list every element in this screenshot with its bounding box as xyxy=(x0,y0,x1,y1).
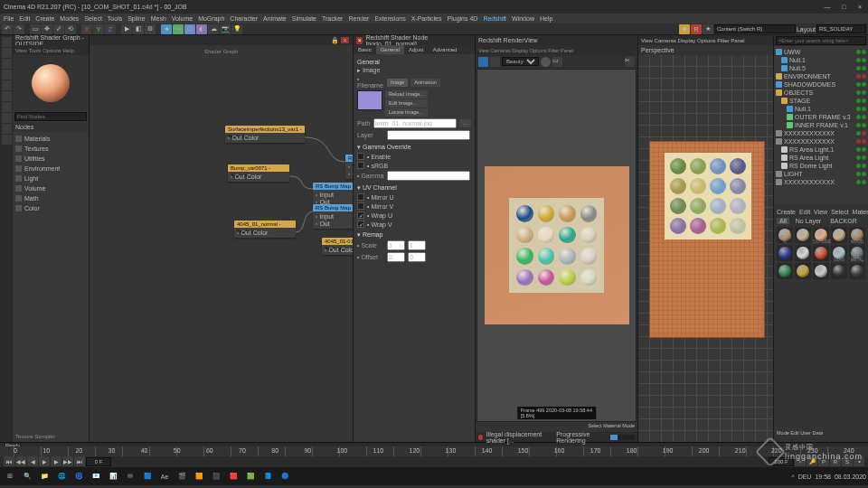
viewport-canvas[interactable] xyxy=(638,55,773,442)
redo-button[interactable]: ↷ xyxy=(14,24,24,34)
viewport-menu[interactable]: View Cameras Display Options Filter Pane… xyxy=(638,35,773,45)
material-layer-tabs[interactable]: AllNo LayerBACKGR xyxy=(777,216,865,225)
bookmark-icon[interactable]: ★ xyxy=(703,24,713,34)
enable-checkbox[interactable] xyxy=(357,153,364,160)
render-region-button[interactable]: ▭ xyxy=(552,57,562,67)
offset-y-input[interactable] xyxy=(408,252,426,262)
menu-plugins 4d[interactable]: Plugins 4D xyxy=(448,15,478,22)
object-row[interactable]: XXXXXXXXXXXX xyxy=(776,178,866,186)
object-row[interactable]: UWW xyxy=(776,48,866,56)
move-tool[interactable]: ✥ xyxy=(42,24,52,34)
next-frame-button[interactable]: ▶ xyxy=(51,456,61,466)
node-category-utilities[interactable]: Utilities xyxy=(15,154,86,163)
object-row[interactable]: RS Dome Light xyxy=(776,162,866,170)
taskbar-app[interactable]: 📘 xyxy=(259,469,276,483)
spline-icon[interactable]: 〰 xyxy=(173,24,184,34)
taskbar-app[interactable]: 🔵 xyxy=(277,469,293,483)
mirrorv-checkbox[interactable] xyxy=(357,202,364,210)
object-search-input[interactable] xyxy=(776,36,866,45)
attr-close-icon[interactable]: × xyxy=(356,37,363,44)
point-mode-icon[interactable] xyxy=(2,70,12,80)
render-start-button[interactable] xyxy=(478,57,488,67)
menu-volume[interactable]: Volume xyxy=(172,15,193,22)
history-icon[interactable]: ◉ xyxy=(679,24,690,34)
menu-extensions[interactable]: Extensions xyxy=(374,15,405,22)
node-n2[interactable]: Bump_var0071 - Texture◦ Out Color xyxy=(228,164,289,182)
play-button[interactable]: ▶ xyxy=(39,456,50,466)
taskbar-app[interactable]: ⬛ xyxy=(208,469,224,483)
menu-create[interactable]: Create xyxy=(35,15,54,22)
attr-tab-basic[interactable]: Basic xyxy=(354,45,376,54)
menu-modes[interactable]: Modes xyxy=(60,15,79,22)
maximize-button[interactable]: □ xyxy=(839,4,848,10)
node-category-volume[interactable]: Volume xyxy=(15,183,86,192)
image-subtab[interactable]: Image xyxy=(387,79,408,87)
menu-simulate[interactable]: Simulate xyxy=(292,15,316,22)
axis-mode-icon[interactable] xyxy=(2,102,12,112)
attr-tab-advanced[interactable]: Advanced xyxy=(429,45,462,54)
current-frame-input[interactable]: 200 F xyxy=(769,457,794,466)
material-swatch[interactable] xyxy=(849,263,865,279)
shader-graph-canvas[interactable]: Shader Graph 🔒 × Surfaceimperfections13_… xyxy=(90,35,353,442)
key-scale-button[interactable]: S xyxy=(842,456,853,466)
node-category-light[interactable]: Light xyxy=(15,174,86,183)
record-button[interactable]: ● xyxy=(795,456,806,466)
prev-key-button[interactable]: ◀◀ xyxy=(15,456,26,466)
taskbar-app[interactable]: ⊞ xyxy=(2,469,18,483)
taskbar-app[interactable]: 🟥 xyxy=(225,469,241,483)
snap-icon[interactable] xyxy=(2,124,12,134)
reload-image-button[interactable]: Reload Image... xyxy=(385,90,428,99)
material-swatch[interactable] xyxy=(813,263,829,279)
tray-lang[interactable]: DEU xyxy=(798,474,812,480)
render-crop-button[interactable]: ✂ xyxy=(625,57,635,67)
node-n5[interactable]: RS Ramp◦ Input◦ Out Color xyxy=(345,155,353,179)
cube-icon[interactable]: ◈ xyxy=(161,24,172,34)
timeline-ruler[interactable]: 0102030405060708090100110120130140150160… xyxy=(0,446,868,456)
material-swatch[interactable] xyxy=(777,245,793,261)
node-n6[interactable]: RS Bump Map◦ Input◦ Out xyxy=(313,183,353,207)
material-swatch[interactable]: OUTSIDE xyxy=(813,227,829,243)
gamma-input[interactable] xyxy=(387,171,470,181)
gamma-section[interactable]: ▾ Gamma Override xyxy=(357,144,471,151)
object-row[interactable]: XXXXXXXXXXXX xyxy=(776,129,866,137)
render-viewport[interactable]: Frame 499 2020-03-08 19:58:44 [5.8%] xyxy=(476,69,637,422)
render-snapshot-button[interactable] xyxy=(541,57,551,67)
menu-character[interactable]: Character xyxy=(230,15,258,22)
menu-mograph[interactable]: MoGraph xyxy=(198,15,224,22)
rotate-tool[interactable]: ⟲ xyxy=(65,24,76,34)
taskbar-app[interactable]: ✉ xyxy=(122,469,138,483)
graph-lock-icon[interactable]: 🔒 xyxy=(331,37,339,44)
key-pos-button[interactable]: P xyxy=(818,456,829,466)
taskbar-app[interactable]: 🟦 xyxy=(139,469,156,483)
goto-end-button[interactable]: ⏭ xyxy=(74,456,85,466)
object-row[interactable]: INNER FRAME v.1 xyxy=(776,121,866,129)
node-category-materials[interactable]: Materials xyxy=(15,134,86,143)
remap-section[interactable]: ▾ Remap xyxy=(357,231,471,239)
node-n4[interactable]: 4045_01-01 - Texture◦ Out Color xyxy=(322,238,353,255)
key-param-button[interactable]: ⚬ xyxy=(854,456,864,466)
attr-footer-menu[interactable]: Mode Edit User Data xyxy=(777,430,865,439)
object-row[interactable]: RS Area Light xyxy=(776,154,866,162)
poly-mode-icon[interactable] xyxy=(2,91,12,101)
node-category-environment[interactable]: Environment xyxy=(15,164,86,173)
menu-window[interactable]: Window xyxy=(512,15,534,22)
taskbar-app[interactable]: 🟩 xyxy=(242,469,259,483)
offset-x-input[interactable] xyxy=(387,252,405,262)
render-stop-button[interactable] xyxy=(490,57,500,67)
scale-x-input[interactable] xyxy=(387,240,405,250)
scale-y-input[interactable] xyxy=(408,240,426,250)
scale-tool[interactable]: ⤢ xyxy=(53,24,64,34)
key-rot-button[interactable]: R xyxy=(830,456,841,466)
material-swatch[interactable]: WOOD C xyxy=(777,227,793,243)
material-swatch[interactable] xyxy=(795,227,811,243)
material-swatch[interactable] xyxy=(795,245,811,261)
environment-icon[interactable]: ☁ xyxy=(208,24,219,34)
taskbar-app[interactable]: 🔍 xyxy=(19,469,35,483)
menu-spline[interactable]: Spline xyxy=(127,15,145,22)
edge-mode-icon[interactable] xyxy=(2,80,12,90)
menu-animate[interactable]: Animate xyxy=(263,15,287,22)
shader-graph-submenu[interactable]: View Tools Options Help xyxy=(13,45,89,55)
srgb-checkbox[interactable] xyxy=(357,162,364,169)
taskbar-app[interactable]: 🎬 xyxy=(174,469,190,483)
material-swatch[interactable] xyxy=(813,245,829,261)
